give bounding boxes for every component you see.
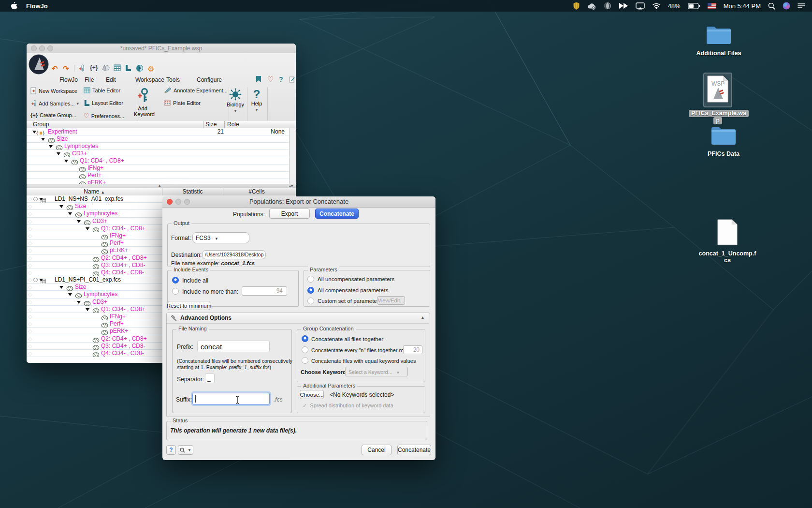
format-dropdown[interactable]: FCS3 ▼ <box>192 232 249 243</box>
dialog-search-button[interactable]: ▼ <box>178 445 193 455</box>
shield-status-icon[interactable] <box>573 2 580 10</box>
cloud-sync-icon[interactable] <box>587 2 596 10</box>
menu-workspace[interactable]: Workspace <box>135 76 164 83</box>
disclosure-triangle[interactable] <box>77 220 81 223</box>
fast-forward-icon[interactable] <box>619 2 628 9</box>
concat-keyword-radio[interactable] <box>302 357 308 364</box>
siri-icon[interactable] <box>783 2 790 10</box>
separator-field[interactable]: _ <box>205 374 215 383</box>
desktop-icon-wsp-file[interactable]: WSP PFICs_Example.ws p <box>689 73 747 124</box>
population-row[interactable]: Q1: CD4- , CD8+ <box>27 157 289 164</box>
custom-parameters-radio[interactable] <box>307 298 314 304</box>
annotate-small-icon[interactable] <box>289 76 295 85</box>
sample-circle-icon[interactable] <box>33 278 38 282</box>
include-all-radio[interactable] <box>172 277 179 284</box>
disclosure-triangle[interactable] <box>86 227 89 230</box>
apple-menu-icon[interactable] <box>11 2 17 10</box>
window-title-bar[interactable]: *unsaved* PFICs_Example.wsp <box>27 44 296 54</box>
disclosure-triangle[interactable] <box>68 212 72 215</box>
menu-bar-clock[interactable]: Mon 5:44 PM <box>724 2 761 10</box>
dialog-title-bar[interactable]: Populations: Export or Concatenate <box>162 196 435 208</box>
sample-table-header[interactable]: Name ▲ Statistic #Cells <box>27 188 296 196</box>
preferences-button[interactable]: ♡ Preferences... <box>84 112 124 120</box>
population-row[interactable]: CD3+ <box>27 150 289 157</box>
disclosure-triangle[interactable] <box>68 293 72 296</box>
disclosure-triangle[interactable] <box>86 308 89 311</box>
column-cells[interactable]: #Cells <box>223 188 290 195</box>
reset-to-minimum-button[interactable]: Reset to minimum <box>168 301 210 310</box>
preferences-gear-icon[interactable]: ⚙ <box>147 64 154 74</box>
disclosure-triangle[interactable] <box>59 286 63 289</box>
advanced-options-header[interactable]: Advanced Options ▴ <box>167 313 429 324</box>
add-keyword-button[interactable]: AddKeyword <box>134 88 151 117</box>
disclosure-triangle[interactable] <box>59 205 63 208</box>
scroll-arrows-icon[interactable]: ▴▾ <box>289 184 293 188</box>
annotate-experiment-button[interactable]: Annotate Experiment... <box>164 87 228 94</box>
view-edit-button[interactable]: View/Edit... <box>377 296 405 305</box>
table-editor-button[interactable]: Table Editor <box>84 87 120 93</box>
export-toggle-button[interactable]: Export <box>269 209 310 219</box>
population-row[interactable]: Size <box>27 135 289 143</box>
sample-circle-icon[interactable] <box>33 197 38 201</box>
spread-checkbox-row[interactable]: ✓ Spread distribution of keyword data <box>303 403 393 409</box>
disclosure-triangle[interactable] <box>32 131 36 134</box>
layout-editor-icon[interactable] <box>125 64 131 73</box>
column-statistic[interactable]: Statistic <box>162 188 223 195</box>
layout-editor-button[interactable]: Layout Editor <box>84 100 123 106</box>
redo-icon[interactable]: ↷ <box>63 64 69 73</box>
n-value-field[interactable]: 20 <box>403 345 422 354</box>
disclosure-triangle[interactable] <box>49 145 53 148</box>
spotlight-search-icon[interactable] <box>768 2 775 10</box>
menu-edit[interactable]: Edit <box>106 76 116 83</box>
zoom-button[interactable] <box>47 45 53 51</box>
close-button[interactable] <box>31 45 37 51</box>
population-row[interactable]: Lymphocytes <box>27 143 289 150</box>
concatenate-button[interactable]: Concatenate <box>397 445 431 455</box>
minimize-button[interactable] <box>39 45 45 51</box>
population-row[interactable]: pERK+ <box>27 179 289 184</box>
gating-tools-icon[interactable] <box>102 64 110 73</box>
table-editor-icon[interactable] <box>114 64 121 73</box>
concat-every-n-radio[interactable] <box>302 346 308 353</box>
concat-all-radio[interactable] <box>302 335 308 342</box>
new-workspace-button[interactable]: New Workspace <box>30 87 77 94</box>
compensated-radio[interactable] <box>307 287 314 294</box>
undo-icon[interactable]: ↶ <box>52 64 58 73</box>
cancel-button[interactable]: Cancel <box>362 445 392 455</box>
keyword-dropdown[interactable]: Select a Keyword... ▼ <box>345 367 408 376</box>
collapse-chevron-icon[interactable]: ▴ <box>421 314 424 320</box>
compensation-icon[interactable] <box>136 64 144 74</box>
suffix-field[interactable] <box>192 393 270 404</box>
group-row[interactable]: {}Experiment21None <box>27 128 289 135</box>
menu-configure[interactable]: Configure <box>197 76 222 83</box>
splitter-handle-icon[interactable]: ▴ <box>159 183 161 188</box>
desktop-icon-concat-file[interactable]: concat_1_Uncomp.f cs <box>698 219 756 264</box>
battery-icon[interactable] <box>688 3 700 9</box>
menu-file[interactable]: File <box>85 76 94 83</box>
desktop-icon-pfics-data[interactable]: PFICs Data <box>695 125 753 157</box>
population-row[interactable]: IFNg+ <box>27 164 289 172</box>
prefix-field[interactable]: concat <box>197 341 270 352</box>
active-app-name[interactable]: FlowJo <box>26 2 48 10</box>
menu-tools[interactable]: Tools <box>166 76 180 83</box>
add-samples-button[interactable]: Add Samples...▾ <box>30 100 79 107</box>
desktop-icon-additional-files[interactable]: Additional Files <box>690 24 748 57</box>
help-icon[interactable]: ? <box>279 75 283 83</box>
disclosure-triangle[interactable] <box>39 198 43 201</box>
input-language-flag-icon[interactable] <box>708 3 716 9</box>
bookmark-icon[interactable] <box>256 75 261 85</box>
zoom-button[interactable] <box>184 199 190 205</box>
create-group-icon[interactable]: {+} <box>90 64 98 71</box>
globe-input-icon[interactable] <box>604 2 611 10</box>
add-sample-tube-icon[interactable] <box>78 64 85 74</box>
disclosure-triangle[interactable] <box>57 152 60 155</box>
concatenate-toggle-button[interactable]: Concatenate <box>315 209 359 219</box>
notification-center-icon[interactable] <box>798 3 805 9</box>
menu-flowjo[interactable]: FlowJo <box>59 76 78 83</box>
minimize-button[interactable] <box>175 199 181 205</box>
max-events-field[interactable]: 94 <box>242 286 287 296</box>
disclosure-triangle[interactable] <box>64 160 68 163</box>
choose-keywords-button[interactable]: Choose... <box>300 390 324 399</box>
group-tree-scrollbar[interactable] <box>289 128 296 184</box>
column-name[interactable]: Name ▲ <box>27 188 162 195</box>
